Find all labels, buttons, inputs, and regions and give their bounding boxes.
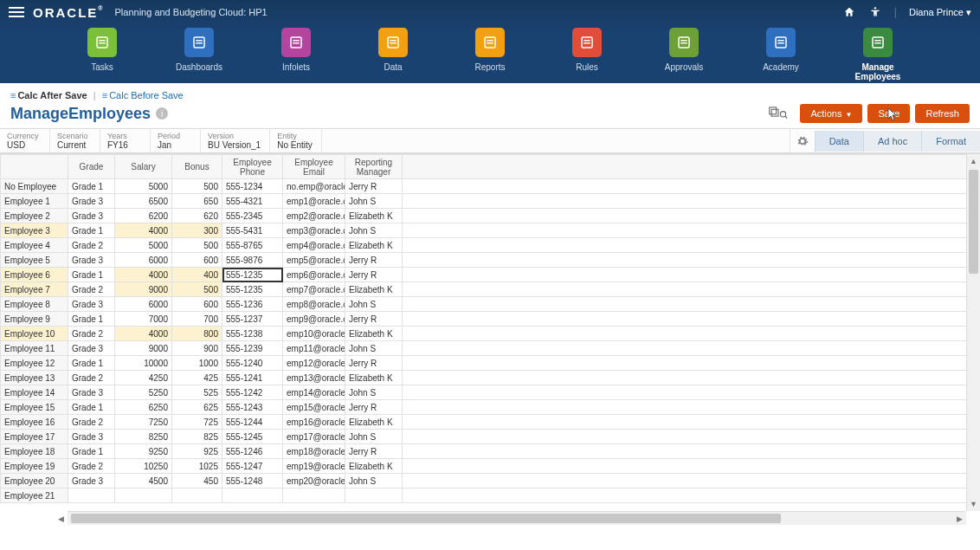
nav-tile-approvals[interactable]: Approvals (653, 28, 715, 81)
cell-phone[interactable]: 555-1236 (222, 297, 283, 312)
cell-grade[interactable]: Grade 3 (68, 253, 115, 268)
cell-email[interactable]: emp16@oracle.c (283, 415, 345, 430)
table-row[interactable]: Employee 20Grade 34500450555-1248emp20@o… (1, 474, 980, 489)
cell-emp[interactable]: Employee 13 (1, 371, 68, 385)
cell-bonus[interactable]: 800 (172, 327, 222, 341)
actions-button[interactable]: Actions▼ (800, 104, 862, 123)
cell-blank[interactable] (403, 459, 980, 474)
cell-bonus[interactable]: 1025 (172, 459, 222, 474)
cell-blank[interactable] (403, 415, 980, 430)
cell-grade[interactable]: Grade 1 (68, 312, 115, 327)
accessibility-icon[interactable] (868, 5, 882, 19)
cell-grade[interactable]: Grade 2 (68, 371, 115, 385)
cell-salary[interactable]: 4250 (115, 371, 172, 385)
cell-emp[interactable]: Employee 19 (1, 459, 68, 474)
cell-emp[interactable]: Employee 5 (1, 253, 68, 268)
cell-emp[interactable]: Employee 21 (1, 489, 68, 503)
table-row[interactable]: No EmployeeGrade 15000500555-1234no.emp@… (1, 179, 980, 194)
col-header[interactable]: EmployeeEmail (283, 155, 345, 179)
table-row[interactable]: Employee 3Grade 14000300555-5431emp3@ora… (1, 223, 980, 238)
cell-blank[interactable] (403, 356, 980, 371)
cell-mgr[interactable]: Jerry R (345, 268, 403, 282)
cell-phone[interactable]: 555-1248 (222, 474, 283, 489)
cell-phone[interactable]: 555-1246 (222, 444, 283, 459)
table-row[interactable]: Employee 16Grade 27250725555-1244emp16@o… (1, 415, 980, 430)
cell-phone[interactable]: 555-5431 (222, 223, 283, 238)
table-row[interactable]: Employee 14Grade 35250525555-1242emp14@o… (1, 385, 980, 400)
table-row[interactable]: Employee 11Grade 39000900555-1239emp11@o… (1, 341, 980, 356)
cell-bonus[interactable]: 500 (172, 282, 222, 297)
cell-grade[interactable] (68, 489, 115, 503)
home-icon[interactable] (842, 5, 856, 19)
cell-email[interactable]: no.emp@oracle.c (283, 179, 345, 194)
cell-bonus[interactable]: 620 (172, 209, 222, 223)
cell-blank[interactable] (403, 297, 980, 312)
cell-email[interactable]: emp11@oracle.c (283, 341, 345, 356)
cell-phone[interactable]: 555-4321 (222, 194, 283, 209)
cell-grade[interactable]: Grade 1 (68, 179, 115, 194)
cell-salary[interactable]: 8250 (115, 430, 172, 444)
cell-emp[interactable]: Employee 11 (1, 341, 68, 356)
cell-emp[interactable]: Employee 6 (1, 268, 68, 282)
cell-email[interactable]: emp5@oracle.co (283, 253, 345, 268)
cell-salary[interactable]: 9000 (115, 282, 172, 297)
cell-grade[interactable]: Grade 2 (68, 238, 115, 253)
cell-emp[interactable]: Employee 10 (1, 327, 68, 341)
cell-blank[interactable] (403, 430, 980, 444)
cell-emp[interactable]: Employee 16 (1, 415, 68, 430)
cell-salary[interactable]: 7000 (115, 312, 172, 327)
cell-emp[interactable]: Employee 1 (1, 194, 68, 209)
pov-scenario[interactable]: ScenarioCurrent (50, 129, 100, 152)
cell-bonus[interactable]: 500 (172, 179, 222, 194)
cell-bonus[interactable]: 400 (172, 268, 222, 282)
cell-blank[interactable] (403, 327, 980, 341)
pov-currency[interactable]: CurrencyUSD (0, 129, 50, 152)
cell-mgr[interactable]: Jerry R (345, 444, 403, 459)
cell-mgr[interactable]: Jerry R (345, 179, 403, 194)
cell-emp[interactable]: Employee 8 (1, 297, 68, 312)
cell-mgr[interactable]: John S (345, 474, 403, 489)
horizontal-scrollbar[interactable]: ◀ ▶ (68, 511, 966, 525)
cell-blank[interactable] (403, 179, 980, 194)
scroll-up-icon[interactable]: ▲ (967, 154, 980, 168)
calc-after-save-link[interactable]: Calc After Save (17, 90, 87, 100)
cell-salary[interactable]: 6250 (115, 400, 172, 415)
cell-emp[interactable]: Employee 18 (1, 444, 68, 459)
cell-mgr[interactable]: Elizabeth K (345, 371, 403, 385)
cell-blank[interactable] (403, 238, 980, 253)
col-header[interactable]: ReportingManager (345, 155, 403, 179)
cell-mgr[interactable]: John S (345, 341, 403, 356)
table-row[interactable]: Employee 6Grade 14000400555-1235emp6@ora… (1, 268, 980, 282)
vertical-scrollbar[interactable]: ▲ ▼ (966, 154, 980, 511)
cell-phone[interactable]: 555-9876 (222, 253, 283, 268)
settings-icon[interactable] (790, 135, 815, 147)
refresh-button[interactable]: Refresh (915, 104, 970, 123)
cell-phone[interactable]: 555-1239 (222, 341, 283, 356)
cell-emp[interactable]: No Employee (1, 179, 68, 194)
cell-mgr[interactable]: John S (345, 385, 403, 400)
cell-blank[interactable] (403, 444, 980, 459)
tab-adhoc[interactable]: Ad hoc (863, 131, 921, 152)
cell-blank[interactable] (403, 253, 980, 268)
cell-mgr[interactable]: Elizabeth K (345, 459, 403, 474)
cell-email[interactable]: emp15@oracle.c (283, 400, 345, 415)
cell-email[interactable]: emp14@oracle.c (283, 385, 345, 400)
cell-grade[interactable]: Grade 1 (68, 356, 115, 371)
cell-emp[interactable]: Employee 12 (1, 356, 68, 371)
table-row[interactable]: Employee 19Grade 2102501025555-1247emp19… (1, 459, 980, 474)
cell-mgr[interactable]: John S (345, 194, 403, 209)
menu-icon[interactable] (9, 4, 24, 20)
cell-email[interactable]: emp6@oracle.co (283, 268, 345, 282)
table-row[interactable]: Employee 7Grade 29000500555-1235emp7@ora… (1, 282, 980, 297)
cell-bonus[interactable]: 425 (172, 371, 222, 385)
cell-salary[interactable]: 4000 (115, 327, 172, 341)
cell-email[interactable]: emp10@oracle.c (283, 327, 345, 341)
cell-grade[interactable]: Grade 3 (68, 385, 115, 400)
cell-mgr[interactable]: John S (345, 430, 403, 444)
cell-emp[interactable]: Employee 15 (1, 400, 68, 415)
pov-entity[interactable]: EntityNo Entity (270, 129, 322, 152)
tab-format[interactable]: Format (921, 131, 980, 152)
pov-version[interactable]: VersionBU Version_1 (201, 129, 270, 152)
cell-email[interactable]: emp1@oracle.co (283, 194, 345, 209)
scroll-down-icon[interactable]: ▼ (967, 497, 980, 511)
